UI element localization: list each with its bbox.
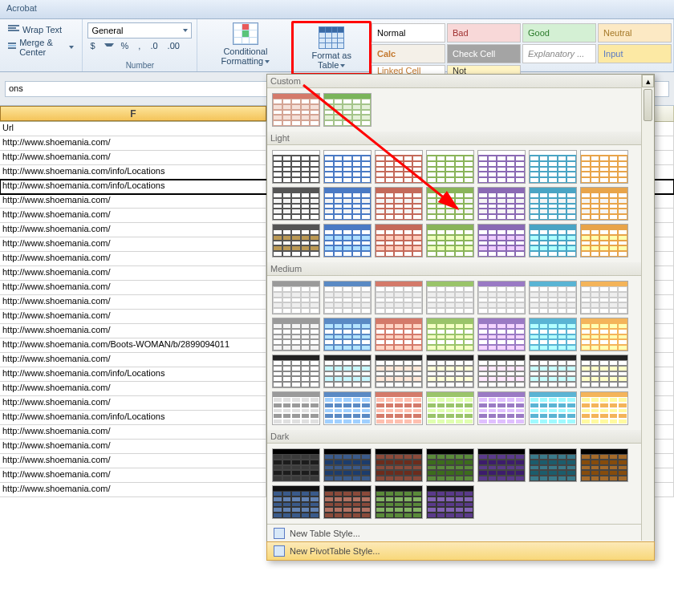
table-style-swatch[interactable] <box>323 224 372 257</box>
new-table-style-button[interactable]: New Table Style... <box>267 525 654 542</box>
cell[interactable]: http://www.shoemania.com/ <box>0 382 266 395</box>
cell[interactable]: http://www.shoemania.com/ <box>0 194 266 208</box>
table-style-swatch[interactable] <box>477 150 526 184</box>
new-pivottable-style-button[interactable]: New PivotTable Style... <box>266 541 655 561</box>
table-style-swatch[interactable] <box>426 187 474 221</box>
cell[interactable]: http://www.shoemania.com/Boots-WOMAN/b/2… <box>0 338 266 352</box>
cell[interactable]: http://www.shoemania.com/ <box>0 483 266 496</box>
table-style-swatch[interactable] <box>529 281 577 314</box>
table-style-swatch[interactable] <box>375 391 423 425</box>
cell[interactable]: http://www.shoemania.com/ <box>0 252 266 265</box>
table-style-swatch[interactable] <box>375 281 423 314</box>
table-style-swatch[interactable] <box>580 391 628 425</box>
table-style-swatch[interactable] <box>323 281 372 314</box>
table-style-swatch[interactable] <box>529 318 577 351</box>
table-style-swatch[interactable] <box>375 318 423 351</box>
table-style-swatch[interactable] <box>272 224 320 257</box>
table-style-swatch[interactable] <box>426 281 474 314</box>
table-style-swatch[interactable] <box>272 93 320 127</box>
table-style-swatch[interactable] <box>580 224 628 257</box>
table-style-swatch[interactable] <box>580 187 628 221</box>
table-style-swatch[interactable] <box>426 448 474 482</box>
table-style-swatch[interactable] <box>272 187 320 221</box>
style-explanatory[interactable]: Explanatory ... <box>522 44 596 63</box>
cell[interactable]: http://www.shoemania.com/info/Locations <box>0 367 266 381</box>
table-style-swatch[interactable] <box>529 448 577 482</box>
table-style-swatch[interactable] <box>477 355 526 388</box>
currency-button[interactable]: $ <box>87 40 97 51</box>
table-style-swatch[interactable] <box>272 281 320 314</box>
dropdown-scrollbar[interactable]: ▴ <box>641 75 654 541</box>
table-style-swatch[interactable] <box>477 187 526 221</box>
cell[interactable]: http://www.shoemania.com/ <box>0 324 266 338</box>
style-normal[interactable]: Normal <box>372 23 445 43</box>
cell[interactable]: http://www.shoemania.com/ <box>0 396 266 410</box>
style-neutral[interactable]: Neutral <box>598 23 672 43</box>
table-style-swatch[interactable] <box>529 150 577 184</box>
table-style-swatch[interactable] <box>580 318 628 351</box>
cell[interactable]: http://www.shoemania.com/ <box>0 295 266 309</box>
style-calculation[interactable]: Calc <box>372 44 445 63</box>
increase-decimal-button[interactable]: .00 <box>165 40 182 51</box>
cell[interactable]: http://www.shoemania.com/info/Locations <box>0 180 266 193</box>
table-style-swatch[interactable] <box>375 485 423 519</box>
scroll-thumb[interactable] <box>644 89 652 121</box>
table-style-swatch[interactable] <box>375 187 423 221</box>
table-style-swatch[interactable] <box>426 391 474 425</box>
table-style-swatch[interactable] <box>580 281 628 314</box>
table-style-swatch[interactable] <box>529 355 577 388</box>
table-style-swatch[interactable] <box>323 448 372 482</box>
cell[interactable]: http://www.shoemania.com/ <box>0 454 266 468</box>
style-check-cell[interactable]: Check Cell <box>447 44 521 63</box>
table-style-swatch[interactable] <box>426 355 474 388</box>
table-style-swatch[interactable] <box>375 448 423 482</box>
table-style-swatch[interactable] <box>272 391 320 425</box>
table-style-swatch[interactable] <box>375 355 423 388</box>
table-style-swatch[interactable] <box>477 448 526 482</box>
table-style-swatch[interactable] <box>477 391 526 425</box>
table-style-swatch[interactable] <box>426 318 474 351</box>
cell[interactable]: Url <box>0 122 266 136</box>
table-style-swatch[interactable] <box>272 485 320 519</box>
cell[interactable]: http://www.shoemania.com/ <box>0 468 266 482</box>
comma-button[interactable]: , <box>136 40 143 51</box>
table-style-swatch[interactable] <box>477 224 526 257</box>
table-style-swatch[interactable] <box>477 281 526 314</box>
cell[interactable]: http://www.shoemania.com/info/Locations <box>0 165 266 179</box>
cell[interactable]: http://www.shoemania.com/ <box>0 440 266 453</box>
table-style-swatch[interactable] <box>529 187 577 221</box>
number-format-combo[interactable]: General <box>87 22 192 38</box>
table-style-swatch[interactable] <box>580 448 628 482</box>
table-style-swatch[interactable] <box>323 93 372 127</box>
cell[interactable]: http://www.shoemania.com/ <box>0 425 266 439</box>
cell[interactable]: http://www.shoemania.com/ <box>0 353 266 367</box>
style-good[interactable]: Good <box>522 23 596 43</box>
scroll-up-button[interactable]: ▴ <box>642 75 654 87</box>
table-style-swatch[interactable] <box>323 355 372 388</box>
table-style-swatch[interactable] <box>323 150 372 184</box>
cell[interactable]: http://www.shoemania.com/ <box>0 136 266 150</box>
column-header-f[interactable]: F <box>0 106 266 121</box>
cell[interactable]: http://www.shoemania.com/ <box>0 151 266 164</box>
table-style-swatch[interactable] <box>477 318 526 351</box>
table-style-swatch[interactable] <box>272 355 320 388</box>
table-style-swatch[interactable] <box>580 355 628 388</box>
decrease-decimal-button[interactable]: .0 <box>148 40 160 51</box>
table-style-swatch[interactable] <box>323 318 372 351</box>
table-style-swatch[interactable] <box>375 150 423 184</box>
cell[interactable]: http://www.shoemania.com/ <box>0 281 266 294</box>
format-as-table-button[interactable]: Format as Table <box>297 25 366 71</box>
wrap-text-button[interactable]: Wrap Text <box>5 24 77 35</box>
table-style-swatch[interactable] <box>426 150 474 184</box>
table-style-swatch[interactable] <box>580 150 628 184</box>
table-style-swatch[interactable] <box>272 448 320 482</box>
cell[interactable]: http://www.shoemania.com/ <box>0 266 266 280</box>
table-style-swatch[interactable] <box>323 485 372 519</box>
merge-center-button[interactable]: Merge & Center <box>5 37 77 58</box>
table-style-swatch[interactable] <box>272 150 320 184</box>
style-input[interactable]: Input <box>598 44 672 63</box>
conditional-formatting-button[interactable]: Conditional Formatting <box>199 21 291 67</box>
cell[interactable]: http://www.shoemania.com/ <box>0 310 266 323</box>
table-style-swatch[interactable] <box>529 224 577 257</box>
cell[interactable]: http://www.shoemania.com/ <box>0 237 266 251</box>
